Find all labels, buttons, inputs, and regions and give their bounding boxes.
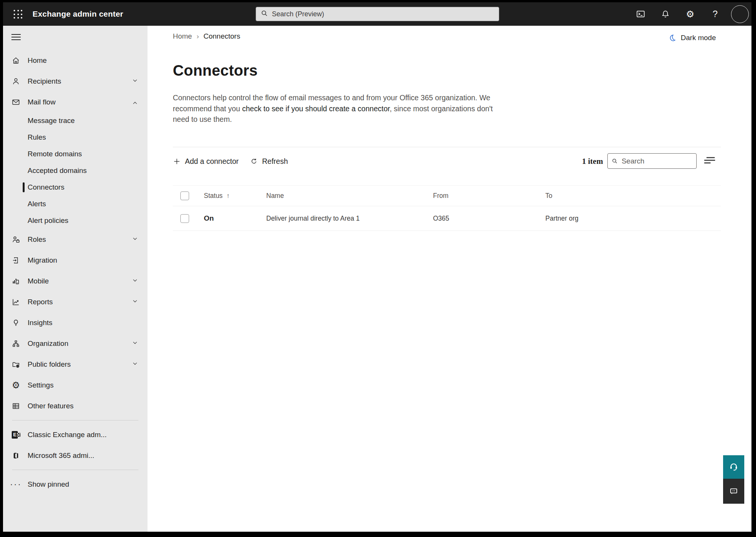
- grid-table-icon: [11, 402, 20, 411]
- global-search[interactable]: [256, 7, 499, 21]
- sidebar-item-alerts[interactable]: Alerts: [3, 196, 147, 212]
- mail-icon: [11, 98, 20, 107]
- sidebar-item-label: Migration: [28, 256, 57, 265]
- sidebar-item-alert-policies[interactable]: Alert policies: [3, 212, 147, 229]
- sidebar-item-mobile[interactable]: Mobile: [3, 271, 147, 291]
- chat-bubble-icon: [728, 486, 739, 497]
- person-icon: [11, 77, 20, 86]
- lightbulb-icon: [11, 318, 20, 327]
- sidebar-item-insights[interactable]: Insights: [3, 312, 147, 333]
- sidebar-item-label: Connectors: [28, 183, 64, 191]
- breadcrumb-separator-icon: ›: [197, 32, 199, 40]
- chevron-up-icon: [132, 98, 138, 106]
- settings-gear-icon[interactable]: ⚙: [682, 2, 699, 26]
- sidebar-item-label: Alerts: [28, 200, 46, 208]
- create-connector-check-link[interactable]: check to see if you should create a conn…: [242, 104, 390, 113]
- select-all-checkbox[interactable]: [180, 191, 189, 200]
- sidebar-item-home[interactable]: Home: [3, 50, 147, 71]
- sidebar-item-settings[interactable]: ⚙ Settings: [3, 375, 147, 395]
- folder-globe-icon: [11, 360, 20, 369]
- cell-status: On: [204, 214, 266, 223]
- sidebar-item-migration[interactable]: Migration: [3, 250, 147, 271]
- page-title: Connectors: [173, 62, 258, 79]
- sidebar-item-label: Classic Exchange adm...: [28, 431, 107, 439]
- sidebar-item-mail-flow[interactable]: Mail flow: [3, 92, 147, 112]
- chevron-down-icon: [132, 297, 138, 306]
- column-header-to[interactable]: To: [545, 192, 721, 200]
- row-checkbox[interactable]: [180, 214, 189, 223]
- sidebar-item-classic-exchange-admin[interactable]: E Classic Exchange adm...: [3, 424, 147, 445]
- reports-icon: [11, 297, 20, 307]
- sidebar-item-label: Roles: [28, 235, 46, 244]
- column-header-from[interactable]: From: [433, 192, 545, 200]
- sidebar-item-recipients[interactable]: Recipients: [3, 71, 147, 92]
- cell-name[interactable]: Deliver journal directly to Area 1: [266, 215, 433, 223]
- selected-indicator: [23, 182, 25, 192]
- support-button[interactable]: [723, 455, 744, 479]
- sidebar-item-show-pinned[interactable]: ··· Show pinned: [3, 474, 147, 495]
- add-connector-button[interactable]: Add a connector: [173, 153, 239, 170]
- sidebar-item-microsoft-365-admin[interactable]: Microsoft 365 admi...: [3, 445, 147, 466]
- dark-mode-toggle[interactable]: Dark mode: [668, 33, 716, 42]
- help-icon[interactable]: ?: [707, 2, 723, 26]
- sort-ascending-icon: ↑: [227, 192, 230, 200]
- powershell-terminal-icon[interactable]: [632, 2, 649, 26]
- classic-exchange-icon: E: [11, 430, 20, 439]
- hamburger-icon: [11, 32, 21, 42]
- sidebar-item-organization[interactable]: Organization: [3, 333, 147, 354]
- notifications-bell-icon[interactable]: [657, 2, 674, 26]
- chevron-down-icon: [132, 77, 138, 86]
- sidebar-item-label: Show pinned: [28, 480, 69, 489]
- ellipsis-icon: ···: [11, 480, 20, 489]
- search-icon: [261, 9, 268, 19]
- account-avatar[interactable]: [731, 5, 749, 23]
- sidebar-item-connectors[interactable]: Connectors: [3, 179, 147, 196]
- sidebar-divider: [12, 470, 138, 470]
- table-header: Status ↑ Name From To: [173, 185, 721, 206]
- connectors-table: Status ↑ Name From To On Deliver journal…: [173, 185, 721, 231]
- add-connector-label: Add a connector: [185, 157, 239, 166]
- sidebar-item-label: Message trace: [28, 117, 75, 125]
- sidebar-item-label: Mail flow: [28, 98, 56, 106]
- cell-from: O365: [433, 215, 545, 223]
- org-chart-icon: [11, 339, 20, 348]
- sidebar-item-rules[interactable]: Rules: [3, 129, 147, 146]
- headset-icon: [728, 461, 739, 473]
- breadcrumb-home-link[interactable]: Home: [173, 32, 192, 40]
- mobile-icon: [11, 277, 20, 286]
- sidebar-item-label: Home: [28, 56, 47, 65]
- sidebar-item-message-trace[interactable]: Message trace: [3, 112, 147, 129]
- left-navigation: Home Recipients Mail flow: [3, 26, 147, 532]
- global-search-input[interactable]: [272, 10, 494, 18]
- sidebar-item-label: Settings: [28, 381, 54, 389]
- sidebar-item-public-folders[interactable]: Public folders: [3, 354, 147, 375]
- sidebar-item-label: Mobile: [28, 277, 49, 285]
- item-count: 1 item: [582, 153, 603, 170]
- filter-icon[interactable]: [704, 156, 717, 167]
- chevron-down-icon: [132, 360, 138, 369]
- sidebar-item-label: Public folders: [28, 360, 71, 369]
- exchange-admin-window: Exchange admin center ⚙ ?: [3, 2, 751, 532]
- column-label: Status: [204, 192, 223, 200]
- sidebar-item-other-features[interactable]: Other features: [3, 395, 147, 416]
- chevron-down-icon: [132, 339, 138, 348]
- refresh-button[interactable]: Refresh: [250, 153, 288, 170]
- crescent-moon-icon: [668, 33, 677, 42]
- sidebar-item-label: Recipients: [28, 77, 61, 86]
- sidebar-item-reports[interactable]: Reports: [3, 291, 147, 312]
- toolbar-divider: [173, 147, 721, 147]
- sidebar-item-roles[interactable]: Roles: [3, 229, 147, 250]
- list-search-input[interactable]: [622, 157, 692, 165]
- chevron-down-icon: [132, 277, 138, 285]
- list-search-box[interactable]: [607, 153, 697, 169]
- table-row[interactable]: On Deliver journal directly to Area 1 O3…: [173, 206, 721, 231]
- feedback-button[interactable]: [723, 479, 744, 504]
- sidebar-item-remote-domains[interactable]: Remote domains: [3, 146, 147, 162]
- collapse-nav-button[interactable]: [3, 29, 147, 45]
- plus-icon: [173, 157, 181, 165]
- column-header-status[interactable]: Status ↑: [204, 192, 266, 200]
- sidebar-item-accepted-domains[interactable]: Accepted domains: [3, 162, 147, 179]
- app-launcher-icon[interactable]: [11, 7, 26, 22]
- column-header-name[interactable]: Name: [266, 192, 433, 200]
- sidebar-item-label: Accepted domains: [28, 167, 87, 175]
